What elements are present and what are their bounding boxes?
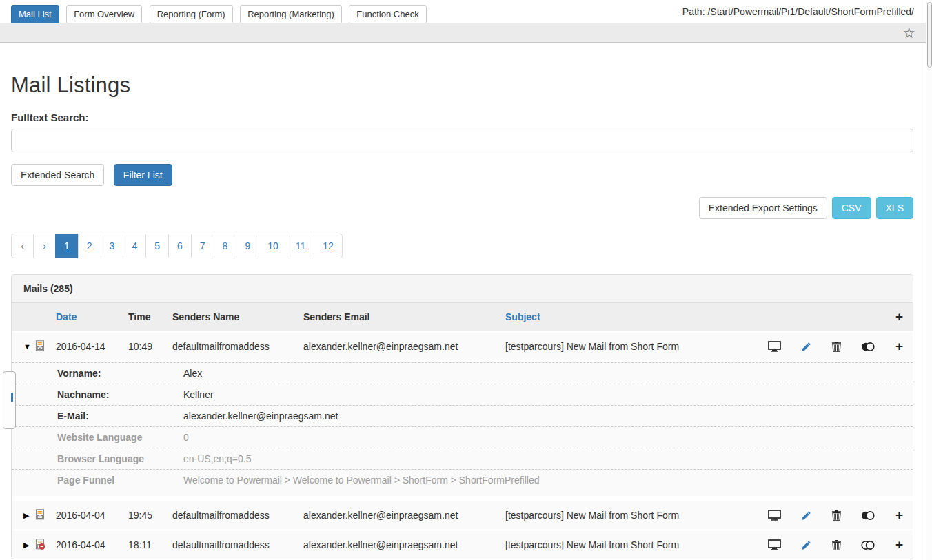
tab-reporting-marketing[interactable]: Reporting (Marketing): [240, 5, 342, 24]
tab-form-overview[interactable]: Form Overview: [66, 5, 142, 24]
mail-row-3: ▶ 2016-04-04 18:11 defaultmailfromaddess…: [12, 531, 913, 559]
fulltext-search-label: Fulltext Search:: [11, 112, 913, 123]
edit-mail-icon[interactable]: [801, 342, 811, 352]
filter-list-button[interactable]: Filter List: [114, 164, 172, 186]
fulltext-search-input[interactable]: [11, 129, 913, 152]
pagination-page-1[interactable]: 1: [55, 234, 79, 258]
doc-header: ☆: [0, 23, 932, 43]
mail-row-1: ▼ 2016-04-14 10:49 defaultmailfromaddess…: [12, 333, 913, 360]
pagination-page-11[interactable]: 11: [287, 234, 315, 258]
mail-sender-name: defaultmailfromaddess: [172, 539, 303, 550]
mail-record-icon[interactable]: [34, 509, 56, 522]
edge-flyout-handle[interactable]: [3, 371, 16, 429]
tab-function-check[interactable]: Function Check: [349, 5, 426, 24]
expand-row-icon[interactable]: ▶: [23, 511, 34, 520]
detail-label: Page Funnel: [23, 475, 183, 486]
mail-sender-name: defaultmailfromaddess: [172, 341, 303, 352]
mail-date: 2016-04-14: [56, 341, 128, 352]
pagination-page-12[interactable]: 12: [314, 234, 343, 258]
page-scrollbar: [926, 0, 932, 560]
detail-row-page-funnel: Page Funnel Welcome to Powermail > Welco…: [12, 469, 913, 496]
detail-label: E-Mail:: [23, 411, 183, 422]
mail-sender-name: defaultmailfromaddess: [172, 510, 303, 521]
delete-mail-icon[interactable]: [832, 540, 841, 550]
mail-record-icon[interactable]: [34, 340, 56, 353]
detail-row-vorname: Vorname: Alex: [12, 362, 913, 384]
detail-value: Kellner: [183, 389, 903, 400]
pagination-page-9[interactable]: 9: [236, 234, 259, 258]
collapse-row-icon[interactable]: ▼: [23, 342, 34, 351]
mail-subject: [testparcours] New Mail from Short Form: [505, 539, 768, 550]
scrollbar-thumb[interactable]: [927, 2, 932, 68]
pagination-page-4[interactable]: 4: [123, 234, 146, 258]
detail-row-email: E-Mail: alexander.kellner@einpraegsam.ne…: [12, 405, 913, 426]
xls-export-button[interactable]: XLS: [876, 197, 913, 219]
detail-label: Vorname:: [23, 368, 183, 379]
mail-time: 18:11: [128, 539, 172, 550]
add-column-icon[interactable]: +: [895, 312, 903, 322]
mail-time: 19:45: [128, 510, 172, 521]
page-path: Path: /Start/Powermail/Pi1/Default/Short…: [682, 6, 914, 17]
delete-mail-icon[interactable]: [832, 342, 841, 352]
mail-sender-email: alexander.kellner@einpraegsam.net: [303, 341, 505, 352]
sort-by-date-link[interactable]: Date: [56, 311, 128, 322]
detail-row-browser-language: Browser Language en-US,en;q=0.5: [12, 448, 913, 469]
mail-date: 2016-04-04: [56, 539, 128, 550]
bookmark-star-icon[interactable]: ☆: [902, 24, 915, 42]
pagination-page-8[interactable]: 8: [214, 234, 237, 258]
add-mail-icon[interactable]: +: [895, 342, 903, 351]
mail-details: Vorname: Alex Nachname: Kellner E-Mail: …: [12, 362, 913, 496]
column-header-time: Time: [128, 311, 172, 322]
add-mail-icon[interactable]: +: [895, 540, 903, 550]
pagination-page-2[interactable]: 2: [78, 234, 101, 258]
column-header-senders-email: Senders Email: [303, 311, 505, 322]
pagination-page-3[interactable]: 3: [101, 234, 124, 258]
hide-mail-toggle-icon[interactable]: [861, 342, 875, 352]
pagination-page-6[interactable]: 6: [168, 234, 192, 258]
detail-value: Alex: [183, 368, 903, 379]
preview-mail-icon[interactable]: [768, 510, 781, 521]
detail-label: Browser Language: [23, 453, 183, 464]
mail-subject: [testparcours] New Mail from Short Form: [505, 510, 768, 521]
delete-mail-icon[interactable]: [832, 510, 841, 521]
pagination-prev[interactable]: ‹: [11, 234, 34, 258]
detail-label: Website Language: [23, 432, 183, 443]
add-mail-icon[interactable]: +: [895, 510, 903, 520]
preview-mail-icon[interactable]: [768, 539, 781, 550]
mail-record-hidden-icon[interactable]: [34, 539, 56, 552]
pagination-page-5[interactable]: 5: [145, 234, 169, 258]
mails-panel-title: Mails (285): [12, 275, 913, 303]
extended-export-settings-button[interactable]: Extended Export Settings: [699, 197, 827, 219]
mail-sender-email: alexander.kellner@einpraegsam.net: [303, 510, 505, 521]
edit-mail-icon[interactable]: [801, 540, 811, 550]
mail-subject: [testparcours] New Mail from Short Form: [505, 341, 768, 352]
detail-value: 0: [183, 432, 903, 443]
tab-mail-list[interactable]: Mail List: [11, 5, 59, 24]
pagination-page-10[interactable]: 10: [259, 234, 287, 258]
mail-date: 2016-04-04: [56, 510, 128, 521]
detail-value: en-US,en;q=0.5: [183, 453, 903, 464]
mail-time: 10:49: [128, 341, 172, 352]
extended-search-button[interactable]: Extended Search: [11, 164, 104, 186]
edit-mail-icon[interactable]: [801, 510, 811, 521]
edge-flyout-marker: [11, 393, 13, 402]
detail-row-website-language: Website Language 0: [12, 426, 913, 448]
detail-row-nachname: Nachname: Kellner: [12, 384, 913, 405]
table-header-row: Date Time Senders Name Senders Email Sub…: [12, 303, 913, 331]
preview-mail-icon[interactable]: [768, 341, 781, 352]
column-header-senders-name: Senders Name: [172, 311, 303, 322]
tab-reporting-form[interactable]: Reporting (Form): [150, 5, 233, 24]
csv-export-button[interactable]: CSV: [832, 197, 871, 219]
mail-row-2: ▶ 2016-04-04 19:45 defaultmailfromaddess…: [12, 501, 913, 529]
hide-mail-toggle-icon[interactable]: [861, 510, 875, 521]
pagination-page-7[interactable]: 7: [191, 234, 214, 258]
expand-row-icon[interactable]: ▶: [23, 541, 34, 550]
module-tab-bar: Mail List Form Overview Reporting (Form)…: [0, 0, 932, 23]
detail-label: Nachname:: [23, 389, 183, 400]
mail-sender-email: alexander.kellner@einpraegsam.net: [303, 539, 505, 550]
sort-by-subject-link[interactable]: Subject: [505, 311, 768, 322]
pagination-next[interactable]: ›: [33, 234, 56, 258]
page-title: Mail Listings: [11, 73, 913, 98]
unhide-mail-toggle-icon[interactable]: [861, 540, 875, 550]
mails-panel: Mails (285) Date Time Senders Name Sende…: [11, 274, 913, 559]
